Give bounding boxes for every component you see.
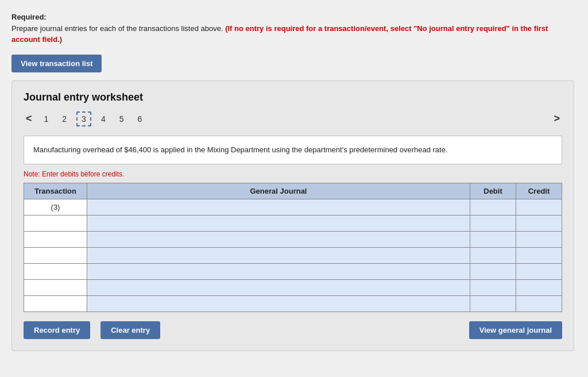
clear-entry-button[interactable]: Clear entry <box>100 321 160 339</box>
prev-page-button[interactable]: < <box>24 113 34 125</box>
journal-input-3[interactable] <box>87 232 470 247</box>
credit-input-cell-3[interactable] <box>516 232 562 248</box>
journal-input-4[interactable] <box>87 248 470 263</box>
credit-input-cell-4[interactable] <box>516 248 562 264</box>
credit-input-6[interactable] <box>516 280 562 295</box>
page-6[interactable]: 6 <box>134 113 146 125</box>
page-4[interactable]: 4 <box>97 113 110 125</box>
credit-input-7[interactable] <box>516 296 562 311</box>
journal-input-cell-5[interactable] <box>87 264 470 280</box>
worksheet-title: Journal entry worksheet <box>24 91 562 103</box>
debit-input-cell-3[interactable] <box>470 232 516 248</box>
credit-input-4[interactable] <box>516 248 562 263</box>
required-label: Required: <box>11 13 47 21</box>
debit-input-cell-7[interactable] <box>470 296 516 312</box>
credit-input-cell-2[interactable] <box>516 216 562 232</box>
debit-input-cell-1[interactable] <box>470 199 516 216</box>
journal-input-cell-2[interactable] <box>87 216 470 232</box>
table-row <box>24 216 562 232</box>
page-container: Required: Prepare journal entries for ea… <box>11 11 574 351</box>
credit-input-3[interactable] <box>516 232 562 247</box>
col-header-transaction: Transaction <box>24 183 87 199</box>
view-transaction-button[interactable]: View transaction list <box>11 55 102 72</box>
page-3-active[interactable]: 3 <box>76 111 91 126</box>
transaction-cell-3 <box>24 232 87 248</box>
journal-input-cell-3[interactable] <box>87 232 470 248</box>
table-row <box>24 232 562 248</box>
transaction-cell-6 <box>24 280 87 296</box>
debit-input-cell-6[interactable] <box>470 280 516 296</box>
journal-input-cell-1[interactable] <box>87 199 470 216</box>
credit-input-1[interactable] <box>516 199 562 215</box>
debit-input-2[interactable] <box>470 216 516 231</box>
record-entry-button[interactable]: Record entry <box>24 321 90 339</box>
required-body: Prepare journal entries for each of the … <box>11 24 223 33</box>
view-general-journal-button[interactable]: View general journal <box>469 321 562 339</box>
debit-input-4[interactable] <box>470 248 516 263</box>
debit-input-7[interactable] <box>470 296 516 311</box>
credit-input-cell-6[interactable] <box>516 280 562 296</box>
table-row <box>24 248 562 264</box>
credit-input-cell-7[interactable] <box>516 296 562 312</box>
required-section: Required: Prepare journal entries for ea… <box>11 11 574 45</box>
journal-input-1[interactable] <box>87 199 470 215</box>
debit-input-3[interactable] <box>470 232 516 247</box>
journal-input-2[interactable] <box>87 216 470 231</box>
debit-input-cell-2[interactable] <box>470 216 516 232</box>
transaction-cell-5 <box>24 264 87 280</box>
description-box: Manufacturing overhead of $46,400 is app… <box>24 136 562 165</box>
journal-input-cell-6[interactable] <box>87 280 470 296</box>
page-1[interactable]: 1 <box>40 113 53 125</box>
debit-input-5[interactable] <box>470 264 516 279</box>
debit-input-cell-5[interactable] <box>470 264 516 280</box>
debit-input-1[interactable] <box>470 199 516 215</box>
journal-input-cell-4[interactable] <box>87 248 470 264</box>
table-row <box>24 280 562 296</box>
action-buttons: Record entry Clear entry View general jo… <box>24 321 562 339</box>
credit-input-cell-1[interactable] <box>516 199 562 216</box>
worksheet-container: Journal entry worksheet < 1 2 3 4 5 6 > … <box>11 80 574 352</box>
transaction-cell-2 <box>24 216 87 232</box>
credit-input-2[interactable] <box>516 216 562 231</box>
transaction-cell-1: (3) <box>24 199 87 216</box>
journal-table: Transaction General Journal Debit Credit… <box>24 183 562 312</box>
credit-input-cell-5[interactable] <box>516 264 562 280</box>
page-2[interactable]: 2 <box>58 113 71 125</box>
credit-input-5[interactable] <box>516 264 562 279</box>
transaction-cell-7 <box>24 296 87 312</box>
col-header-credit: Credit <box>516 183 562 199</box>
note-text: Note: Enter debits before credits. <box>24 170 562 178</box>
page-5[interactable]: 5 <box>115 113 128 125</box>
debit-input-6[interactable] <box>470 280 516 295</box>
pagination: < 1 2 3 4 5 6 > <box>24 111 562 126</box>
table-row <box>24 296 562 312</box>
table-row <box>24 264 562 280</box>
next-page-button[interactable]: > <box>551 113 562 125</box>
transaction-cell-4 <box>24 248 87 264</box>
description-text: Manufacturing overhead of $46,400 is app… <box>33 145 448 154</box>
journal-input-6[interactable] <box>87 280 470 295</box>
table-row: (3) <box>24 199 562 216</box>
journal-input-cell-7[interactable] <box>87 296 470 312</box>
col-header-journal: General Journal <box>87 183 470 199</box>
journal-input-5[interactable] <box>87 264 470 279</box>
journal-input-7[interactable] <box>87 296 470 311</box>
col-header-debit: Debit <box>470 183 516 199</box>
required-text: Required: Prepare journal entries for ea… <box>11 11 574 45</box>
debit-input-cell-4[interactable] <box>470 248 516 264</box>
